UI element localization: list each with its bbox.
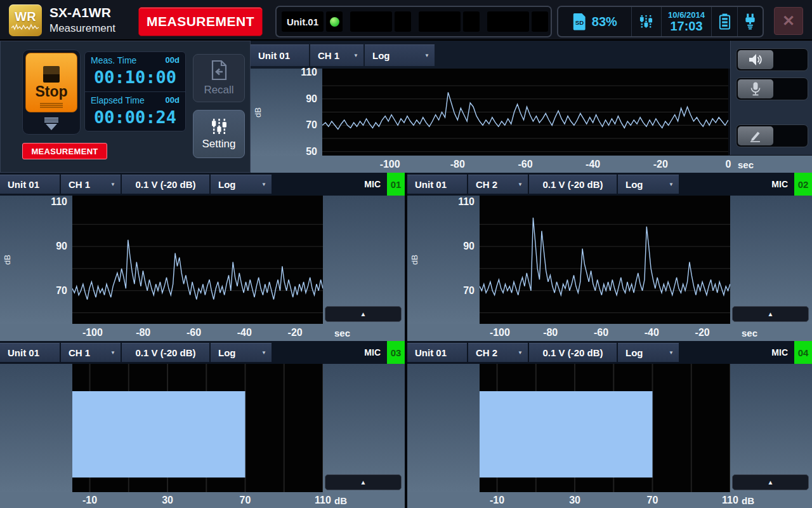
chevron-down-icon: ▼ — [261, 350, 266, 356]
memo-pen-button[interactable] — [736, 124, 808, 147]
scale-select-label: Log — [625, 347, 643, 358]
microphone-button[interactable] — [736, 77, 808, 100]
chart-body: dB 1109070 ▲ — [0, 196, 405, 324]
triangle-up-icon: ▲ — [360, 311, 367, 318]
stop-square-icon — [43, 66, 60, 83]
y-tick-label: 70 — [56, 285, 67, 297]
battery-status — [711, 7, 737, 36]
recall-button[interactable]: Recall — [193, 54, 245, 102]
sd-status: SD 83% — [558, 7, 631, 36]
x-axis-unit: dB — [742, 495, 754, 505]
app-subtitle: Measurement — [49, 22, 115, 35]
x-tick-label: 70 — [240, 495, 251, 506]
y-axis-unit: dB — [410, 254, 419, 265]
y-tick-label: 90 — [56, 241, 67, 252]
x-axis-ticks: -103070110 — [72, 492, 323, 508]
scale-select[interactable]: Log▼ — [618, 343, 679, 362]
scale-select[interactable]: Log▼ — [365, 44, 435, 66]
range-display[interactable]: 0.1 V (-20 dB) — [529, 343, 617, 362]
close-button[interactable]: ✕ — [774, 7, 803, 35]
scale-select[interactable]: Log▼ — [211, 175, 272, 194]
unit-name-chip: Unit.01 — [282, 11, 324, 32]
app-logo: WR — [9, 4, 42, 36]
channel-select[interactable]: CH 1▼ — [61, 343, 121, 362]
chart-panel-mic01: Unit 01 CH 1▼ 0.1 V (-20 dB) Log▼ MIC 01… — [0, 173, 405, 341]
range-display[interactable]: 0.1 V (-20 dB) — [529, 175, 617, 194]
y-axis: dB 1109070 — [0, 196, 72, 324]
setting-sliders-icon — [211, 118, 228, 135]
measurement-mode-button[interactable]: MEASUREMENT — [138, 7, 263, 36]
overview-level-chart — [322, 69, 728, 156]
unit-select[interactable]: Unit 01 — [407, 175, 467, 194]
y-tick-label: 110 — [51, 196, 67, 208]
x-tick-label: -60 — [594, 327, 608, 338]
expand-button[interactable]: ▲ — [325, 306, 402, 322]
speaker-monitor-button[interactable] — [736, 48, 808, 71]
expand-button[interactable]: ▲ — [732, 474, 809, 490]
power-status — [737, 7, 763, 36]
range-label: 0.1 V (-20 dB) — [542, 179, 603, 190]
chevron-down-icon: ▼ — [110, 350, 115, 356]
x-tick-label: -100 — [490, 327, 510, 338]
measurement-status-badge: MEASUREMENT — [22, 143, 107, 159]
y-axis: dB 1109070 — [407, 196, 480, 324]
mixer-status — [631, 7, 661, 36]
unit-select[interactable]: Unit 01 — [251, 44, 309, 66]
range-display[interactable]: 0.1 V (-20 dB) — [122, 175, 209, 194]
channel-select[interactable]: CH 2▼ — [468, 343, 528, 362]
app-title: SX-A1WR — [49, 5, 115, 20]
x-axis: -100-80-60-40-20 sec — [0, 324, 405, 341]
top-bar: WR SX-A1WR Measurement MEASUREMENT Unit.… — [0, 0, 812, 41]
expand-button[interactable]: ▲ — [732, 306, 809, 322]
setting-button[interactable]: Setting — [193, 110, 245, 158]
x-tick-label: 110 — [722, 495, 738, 506]
x-tick-label: -10 — [82, 495, 97, 506]
x-tick-label: -80 — [136, 327, 150, 338]
expand-button[interactable]: ▲ — [325, 474, 402, 490]
range-display[interactable]: 0.1 V (-20 dB) — [122, 343, 209, 362]
meas-time-days: 00d — [166, 55, 180, 65]
scale-select-label: Log — [372, 50, 390, 61]
chart-body: dB 1109070 ▲ — [407, 196, 812, 324]
setting-button-label: Setting — [202, 138, 236, 150]
chevron-down-icon: ▼ — [353, 53, 358, 58]
x-axis-unit: dB — [334, 495, 347, 505]
unit-select[interactable]: Unit 01 — [0, 175, 60, 194]
x-tick-label: 110 — [315, 495, 331, 506]
channel-select[interactable]: CH 1▼ — [310, 44, 363, 66]
x-tick-label: -40 — [586, 159, 600, 170]
unit-select[interactable]: Unit 01 — [407, 343, 467, 362]
x-tick-label: -80 — [543, 327, 558, 338]
unit-status-box: Unit.01 — [275, 6, 552, 37]
chart-panel-mic04: Unit 01 CH 2▼ 0.1 V (-20 dB) Log▼ MIC 04… — [407, 341, 812, 508]
scale-select[interactable]: Log▼ — [211, 343, 272, 362]
chart-body: ▲ — [0, 364, 405, 492]
x-axis-ticks: -100-80-60-40-200 — [322, 156, 728, 173]
x-tick-label: -20 — [288, 327, 303, 338]
microphone-icon — [738, 79, 773, 98]
y-axis-unit: dB — [253, 107, 263, 118]
scale-select[interactable]: Log▼ — [618, 175, 679, 194]
x-tick-label: -100 — [82, 327, 103, 338]
chevron-down-icon: ▼ — [261, 182, 266, 187]
level-waveform-chart — [480, 196, 730, 324]
stop-button-label: Stop — [30, 84, 73, 99]
range-label: 0.1 V (-20 dB) — [135, 179, 195, 190]
svg-text:SD: SD — [575, 19, 583, 26]
unit-slot-empty — [350, 11, 411, 32]
unit-select[interactable]: Unit 01 — [0, 343, 60, 362]
channel-select[interactable]: CH 2▼ — [468, 175, 528, 194]
meas-time-value: 00:10:00 — [85, 67, 185, 87]
unit-select-label: Unit 01 — [415, 347, 447, 358]
control-panel: Stop Meas. Time 00d 00:10:00 Elapsed Tim… — [0, 41, 251, 173]
unit-slot-empty — [419, 11, 480, 32]
stop-button[interactable]: Stop — [25, 53, 77, 112]
x-axis: -103070110 dB — [0, 492, 405, 508]
range-label: 0.1 V (-20 dB) — [542, 347, 603, 358]
x-tick-label: 30 — [569, 495, 580, 506]
sd-capacity: 83% — [592, 15, 617, 29]
green-led-icon — [330, 17, 339, 27]
unit-slot-empty — [487, 11, 548, 32]
meas-time-label: Meas. Time — [91, 55, 136, 65]
channel-select[interactable]: CH 1▼ — [61, 175, 121, 194]
